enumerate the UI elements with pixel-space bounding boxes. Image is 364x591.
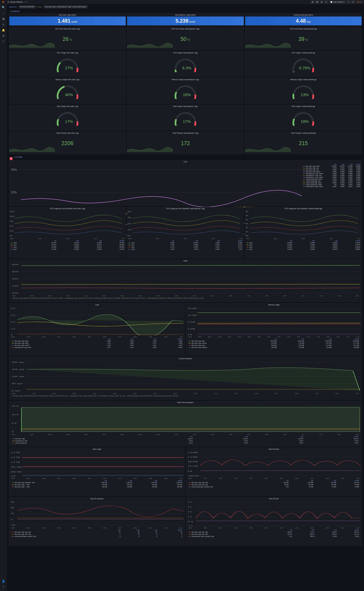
legend-item[interactable]: k8s-node-1.tgp: sdb: write121 ms218 ms17… — [187, 533, 360, 535]
panel-threads[interactable]: Total Threads: k8s-node-1.tgp 2206 — [9, 131, 126, 154]
panel-memory-usage-gauge[interactable]: Memory Usage: k8s-node-1.tgp 40% — [9, 78, 126, 103]
panel-disk-io-bytes[interactable]: Disk I/O bytes 1.9 MiB 1.4 MiB 954 KiB 4… — [186, 448, 362, 496]
add-panel-button[interactable]: ⊞ — [311, 0, 314, 4]
panel-context-switches[interactable]: Context Switches 20K ops 15K ops 10K ops… — [9, 357, 362, 400]
legend-item[interactable]: load-balancer-1.tgp: softirq0.43%0.62%0.… — [302, 176, 362, 178]
legend-item[interactable]: surface-pihole.tgp: mmcblk2: write0632 — [10, 535, 183, 537]
legend-item[interactable]: k8s-node-1.tgp: user5.04%5.87%5.19%5.20% — [302, 169, 362, 171]
legend-item[interactable]: surface-pihole.tgp: user0.27%0.64%0.32%0… — [302, 180, 362, 182]
legend-item[interactable]: k8s-node-1.tgp13.91 K14.62 K14.19 K14.24… — [11, 438, 360, 440]
legend-item[interactable]: k8s-node-1.tgp: user7.55%9.27%8.31%9.00% — [302, 167, 362, 169]
legend-item[interactable]: load-balancer-1.tgp: load10.0771.1330.19… — [10, 346, 183, 349]
legend-item[interactable]: k8s-node-1.tgp: system2.82%3.55%3.06%3.3… — [302, 171, 362, 173]
refresh-rate-picker[interactable]: 5m ▾ — [356, 0, 363, 4]
grafana-logo[interactable] — [1, 0, 5, 4]
panel-disk-usage-gauge[interactable]: Disk Usage: k8s-node-1.tgp 17% — [9, 105, 126, 130]
legend-item[interactable]: cpu219.49%30.63%23.02%29.30% — [9, 246, 126, 248]
legend-item[interactable]: load-balancer-1.tgp1.78 K2.15 K1.85 K1.7… — [11, 440, 360, 442]
panel-cpu-per-core[interactable]: CPU usage per core (stacked): surface-pi… — [245, 207, 362, 258]
row-system-toggle[interactable]: ⬇ ▾ SYSTEM — [9, 155, 362, 159]
search-icon[interactable]: 🔍 — [1, 5, 6, 10]
legend-item[interactable]: k8s-node-1.tgp: total15.53 GiB15.54 GiB1… — [187, 340, 360, 342]
legend-item[interactable]: cpu312.10%18.63%15.04%14.10% — [9, 248, 126, 250]
legend-item[interactable]: surface-pihole.tgp: softirq0%0.08%0.02%0… — [302, 184, 362, 186]
legend-item[interactable]: cpu11.18%10.08%5.33%8.67% — [127, 244, 244, 246]
legend-item[interactable]: surface-pihole.tgp: system0.24%0.56%0.34… — [302, 178, 362, 180]
legend-item[interactable]: k8s-node-1.tgp: used6.08 GiB6.23 GiB6.14… — [187, 344, 360, 346]
configuration-icon[interactable]: ⚙ — [1, 34, 6, 38]
legend-item[interactable]: k8s-node-1.tgp: sdb: write41864 — [10, 533, 183, 535]
refresh-button[interactable]: ⟳ — [351, 0, 355, 4]
var-server-select[interactable]: k8s-node-1.tgp + load-balancer-1.tgp + s… — [44, 5, 88, 8]
panel-uptime[interactable]: k8s-node-1.tgp Uptime 1.481week — [9, 13, 126, 26]
panel-threads[interactable]: Total Threads: surface-pihole.tgp 215 — [245, 131, 362, 154]
legend-item[interactable]: k8s-node-1.tgp: sdb: write82 KiB781 KiB1… — [187, 484, 360, 486]
legend-item[interactable]: k8s-node-1.tgp: sda: write622 KiB1.81 Mi… — [187, 482, 360, 484]
panel-cpu-usage-gauge[interactable]: CPU Usage: k8s-node-1.tgp 27% — [9, 51, 126, 77]
dashboards-icon[interactable]: ▦ — [1, 17, 6, 21]
time-range-picker[interactable]: 🕘 Last 3 hours ▾ — [329, 0, 346, 4]
legend-item[interactable]: surface-pihole.tgp: await0.06%0.18%0.12%… — [302, 182, 362, 184]
legend-item[interactable]: cpu00.425%2.230%0.652%1.101% — [245, 242, 362, 244]
panel-disk-usage[interactable]: Disk usage 2.3 TiB 1.8 TiB 1.4 TiB 931 G… — [9, 448, 185, 496]
row-summary-toggle[interactable]: ▾ SUMMARY — [9, 10, 362, 13]
panel-cpu[interactable]: CPU 30% 20% 10% 0% 08:3008:400 — [9, 160, 362, 206]
panel-open-fd[interactable]: Open-File descriptors 15 K 10 K 5 K 0 08… — [9, 401, 362, 446]
zoom-out-button[interactable]: ⤢ — [346, 0, 351, 4]
panel-memory-usage-gauge[interactable]: Memory Usage: surface-pihole.tgp 13% — [245, 78, 362, 103]
alerting-icon[interactable]: 🔔 — [1, 28, 6, 33]
legend-item[interactable]: cpu31.16%6.91%5.36%7.32% — [127, 248, 244, 250]
panel-uptime[interactable]: load-balancer-1.tgp Uptime 5.239week — [127, 13, 244, 26]
var-datasource-select[interactable]: HomeLab InfluxDB ▾ — [19, 5, 36, 8]
share-icon[interactable]: ⤴ — [26, 1, 27, 3]
settings-button[interactable]: ⚙ — [320, 0, 324, 4]
explore-icon[interactable]: ◎ — [1, 22, 6, 27]
dashboard-nav-toggle[interactable]: ☰ Server Metrics ☆ ⤴ — [6, 0, 29, 4]
panel-load[interactable]: Load 4.0 3.0 2.0 1.0 0 08:3008:4509:0009… — [9, 303, 185, 356]
legend-item[interactable]: cpu04.80%12.67%6.30%9.36% — [127, 242, 244, 244]
save-button[interactable]: 🖫 — [315, 0, 319, 4]
panel-threads[interactable]: Total Threads: load-balancer-1.tgp 172 — [127, 131, 244, 154]
legend-item[interactable]: k8s-node-1.tgp: load10.9603.2801.6441.86… — [10, 340, 183, 342]
panel-disk-io-time[interactable]: Disk I/O time 4 s 3 s 2 s 1 s 0 ns -1 s … — [186, 497, 362, 545]
legend-item[interactable]: k8s-node-1.tgp: load51.1972.6681.6711.89… — [10, 342, 183, 344]
legend-item[interactable]: surface-pihole.tgp: mmcblk2: write-8 B24… — [187, 486, 360, 488]
legend-item[interactable]: k8s-node-1.tgp: await10.02%14.87%11.96%1… — [302, 165, 362, 167]
legend-item[interactable]: k8s-node-1.tgp: load151.3402.1021.6611.6… — [10, 344, 183, 346]
legend-item[interactable]: cpu10.520%1.544%0.862%0.757% — [245, 244, 362, 246]
legend-item[interactable]: cpu21.47%12.05%5.67%5.97% — [127, 246, 244, 248]
legend-item[interactable]: cpu30.419%1.518%0.637%0.609% — [245, 248, 362, 250]
panel-cpu-per-core[interactable]: CPU usage per core (stacked): load-balan… — [127, 207, 244, 258]
panel-uptime[interactable]: surface-pihole.tgp Uptime 4.48day — [245, 13, 362, 26]
legend-item[interactable]: k8s-node-1.tgp: / - total915 GiB915 GiB9… — [10, 484, 183, 486]
create-icon[interactable]: ＋ — [1, 11, 6, 15]
legend-item[interactable]: k8s-node-1.tgp: cached6.29 GiB7.02 GiB6.… — [187, 342, 360, 344]
panel-cpu-usage-gauge[interactable]: CPU Usage: surface-pihole.tgp 0.76% — [245, 51, 362, 77]
download-icon[interactable]: ⬇ — [10, 157, 13, 160]
panel-cpu-temp[interactable]: CPU Core Temp: k8s-node-1.tgp 26°C — [9, 27, 126, 50]
legend-item[interactable]: load-balancer-1.tgp: system0.83%1.44%0.9… — [302, 173, 362, 175]
legend-item[interactable]: k8s-node-1.tgp: /mnt/data - total1.790 T… — [10, 482, 183, 484]
panel-memory-usage[interactable]: Memory usage 19 GiB 14 GiB 9 GiB 5 GiB 0… — [186, 303, 362, 356]
panel-disk-io-requests[interactable]: Disk I/O requests 60 40 20 0 -20 08:3008… — [9, 497, 185, 545]
panel-memory-usage-gauge[interactable]: Memory Usage: load-balancer-1.tgp 18% — [127, 78, 244, 103]
panel-disk-usage-gauge[interactable]: Disk Usage: surface-pihole.tgp 18% — [245, 105, 362, 130]
panel-cpu-temp[interactable]: CPU Core Temp: load-balancer-1.tgp 50°C — [127, 27, 244, 50]
legend-item[interactable]: k8s-node-1.tgp: buffered397 MiB427 MiB41… — [187, 346, 360, 349]
legend-item[interactable]: load-balancer-1.tgp: mmcblk1: write0 ns8… — [187, 535, 360, 537]
panel-cpu-usage-gauge[interactable]: CPU Usage: load-balancer-1.tgp 6.3% — [127, 51, 244, 77]
panel-ram[interactable]: RAM 40% 30% 20% 13% 10% 08:3008:4008:500… — [9, 259, 362, 302]
star-icon[interactable]: ☆ — [24, 1, 26, 3]
legend-item[interactable]: load-balancer-1.tgp: softirq0.02%0.04%0.… — [302, 186, 362, 188]
legend-item[interactable]: k8s-node-1.tgp: sda: write320 ms3.11 s1.… — [187, 531, 360, 533]
legend-item[interactable]: k8s-node-1.tgp: / - used143 GiB146 GiB14… — [10, 486, 183, 488]
server-admin-icon[interactable]: 🛡 — [1, 39, 6, 44]
legend-item[interactable]: k8s-node-1.tgp: sda: write27563428 — [10, 531, 183, 533]
legend-item[interactable]: load-balancer-1.tgp: user0.20%0.40%0.30%… — [302, 175, 362, 176]
panel-disk-usage-gauge[interactable]: Disk Usage: load-balancer-1.tgp 17% — [127, 105, 244, 130]
tv-mode-button[interactable]: 🖵 — [324, 0, 328, 4]
panel-cpu-per-core[interactable]: CPU usage per core (stacked): k8s-node-1… — [9, 207, 126, 258]
panel-cpu-temp[interactable]: CPU Core Temp: surface-pihole.tgp 39°C — [245, 27, 362, 50]
legend-item[interactable]: cpu022.15%31.01%25.34%29.19% — [9, 242, 126, 244]
legend-item[interactable]: cpu119.47%28.06%22.87%28.26% — [9, 244, 126, 246]
